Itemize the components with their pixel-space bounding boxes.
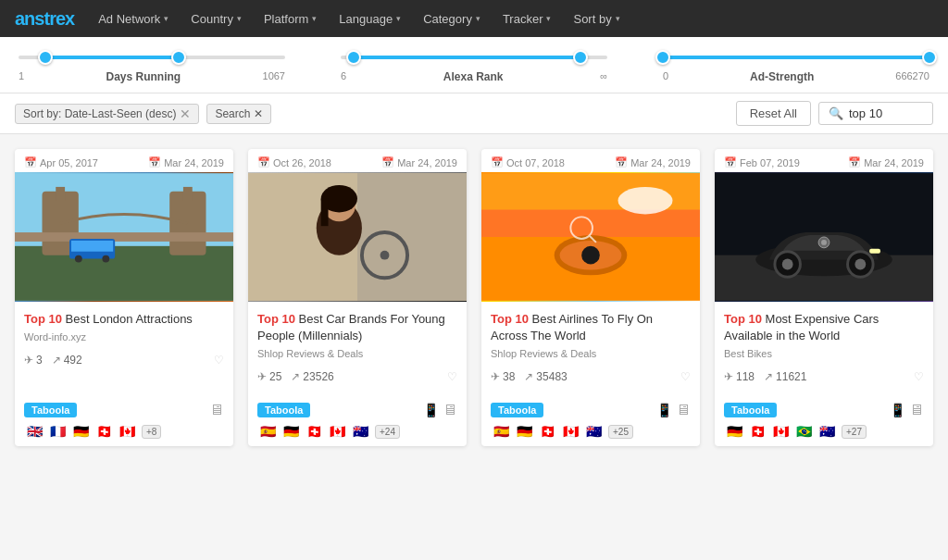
desktop-icon: 🖥 <box>209 402 224 418</box>
more-countries-badge[interactable]: +8 <box>142 425 161 439</box>
favorite-icon[interactable]: ♡ <box>914 370 924 383</box>
trend-stat: ↗ 23526 <box>291 370 333 383</box>
pushes-stat: ✈ 3 <box>24 354 43 367</box>
card-domain: Best Bikes <box>724 348 924 359</box>
trend-value: 23526 <box>303 370 333 383</box>
svg-point-39 <box>821 240 827 245</box>
slider-rail <box>19 56 285 59</box>
pushes-stat: ✈ 118 <box>724 370 755 383</box>
card-date-end: 📅 Mar 24, 2019 <box>148 156 224 168</box>
card-body: Top 10 Best London Attractions Word-info… <box>15 302 233 396</box>
slider-center-label: Ad-Strength <box>750 70 814 83</box>
flags-row: 🇬🇧 🇫🇷 🇩🇪 🇨🇭 🇨🇦 +8 <box>24 424 224 439</box>
nav-category-label: Category <box>423 12 472 26</box>
card-domain: Shlop Reviews & Deals <box>257 348 457 359</box>
slider-thumb-left[interactable] <box>346 50 361 65</box>
chevron-down-icon: ▾ <box>616 14 620 23</box>
slider-fill <box>663 56 929 59</box>
card-title-rest: Best London Attractions <box>62 312 193 326</box>
sort-filter-tag[interactable]: Sort by: Date-Last-Seen (desc) ✕ <box>15 104 199 124</box>
network-row: Taboola 📱 🖥 <box>724 402 924 418</box>
push-icon: ✈ <box>491 370 500 383</box>
svg-point-10 <box>102 255 109 263</box>
slider-min-label: 1 <box>19 70 24 83</box>
nav-ad-network[interactable]: Ad Network ▾ <box>89 0 178 37</box>
alexa-rank-slider[interactable] <box>341 48 607 67</box>
more-countries-badge[interactable]: +24 <box>375 425 400 439</box>
nav-language[interactable]: Language ▾ <box>330 0 410 37</box>
flag-fr: 🇫🇷 <box>47 424 68 439</box>
network-row: Taboola 📱 🖥 <box>257 402 457 418</box>
network-badge: Taboola <box>724 403 777 417</box>
flags-row: 🇪🇸 🇩🇪 🇨🇭 🇨🇦 🇦🇺 +25 <box>491 424 691 439</box>
date-end-label: Mar 24, 2019 <box>164 157 224 168</box>
card-image[interactable] <box>481 172 700 302</box>
table-row: 📅 Oct 07, 2018 📅 Mar 24, 2019 <box>481 149 700 446</box>
nav-platform-label: Platform <box>264 12 308 26</box>
close-icon[interactable]: ✕ <box>254 107 263 120</box>
nav-tracker[interactable]: Tracker ▾ <box>493 0 561 37</box>
card-stats: ✈ 118 ↗ 11621 ♡ <box>724 367 924 387</box>
slider-thumb-left[interactable] <box>38 50 53 65</box>
favorite-icon[interactable]: ♡ <box>214 354 224 367</box>
slider-thumb-right[interactable] <box>171 50 186 65</box>
card-date-end: 📅 Mar 24, 2019 <box>381 156 457 168</box>
slider-labels: 6 Alexa Rank ∞ <box>341 70 607 83</box>
nav-category[interactable]: Category ▾ <box>414 0 490 37</box>
network-row: Taboola 🖥 <box>24 402 224 418</box>
slider-thumb-right[interactable] <box>573 50 588 65</box>
search-filter-label: Search <box>215 107 250 120</box>
search-filter-tag[interactable]: Search ✕ <box>206 104 271 124</box>
card-image[interactable] <box>15 172 233 302</box>
card-image[interactable] <box>715 172 933 302</box>
pushes-value: 25 <box>269 370 281 383</box>
flag-ca: 🇨🇦 <box>770 424 791 439</box>
ad-strength-slider[interactable] <box>663 48 929 67</box>
more-countries-badge[interactable]: +27 <box>842 425 867 439</box>
chevron-down-icon: ▾ <box>476 14 480 23</box>
chevron-down-icon: ▾ <box>312 14 317 23</box>
flag-ch: 🇨🇭 <box>747 424 767 439</box>
flags-row: 🇪🇸 🇩🇪 🇨🇭 🇨🇦 🇦🇺 +24 <box>257 424 457 439</box>
reset-all-button[interactable]: Reset All <box>736 101 811 126</box>
table-row: 📅 Oct 26, 2018 📅 Mar 24, 2019 <box>248 149 467 446</box>
calendar-icon: 📅 <box>724 156 737 168</box>
card-body: Top 10 Best Airlines To Fly On Across Th… <box>481 302 700 396</box>
table-row: 📅 Apr 05, 2017 📅 Mar 24, 2019 <box>15 149 233 446</box>
favorite-icon[interactable]: ♡ <box>680 370 691 383</box>
card-domain: Shlop Reviews & Deals <box>491 348 691 359</box>
alexa-rank-slider-group: 6 Alexa Rank ∞ <box>341 48 607 83</box>
slider-thumb-right[interactable] <box>922 50 937 65</box>
slider-min-label: 0 <box>663 70 668 83</box>
nav-platform[interactable]: Platform ▾ <box>255 0 326 37</box>
search-box[interactable]: 🔍 <box>818 102 933 125</box>
chevron-down-icon: ▾ <box>164 14 168 23</box>
flag-ch: 🇨🇭 <box>94 424 114 439</box>
card-title: Top 10 Best London Attractions <box>24 311 224 328</box>
more-countries-badge[interactable]: +25 <box>608 425 633 439</box>
flag-ch: 🇨🇭 <box>304 424 324 439</box>
slider-labels: 0 Ad-Strength 666270 <box>663 70 929 83</box>
date-start-label: Apr 05, 2017 <box>40 157 98 168</box>
trend-value: 35483 <box>536 370 567 383</box>
close-icon[interactable]: ✕ <box>180 107 191 120</box>
slider-fill <box>45 56 179 59</box>
date-start-label: Oct 07, 2018 <box>506 157 565 168</box>
platform-icons: 📱 🖥 <box>656 402 691 418</box>
days-running-slider[interactable] <box>19 48 285 67</box>
card-date-end: 📅 Mar 24, 2019 <box>615 156 691 168</box>
favorite-icon[interactable]: ♡ <box>447 370 457 383</box>
network-badge: Taboola <box>257 403 310 417</box>
svg-point-26 <box>581 246 600 265</box>
top10-badge: Top 10 <box>257 312 295 326</box>
card-image[interactable] <box>248 172 467 302</box>
flag-de: 🇩🇪 <box>514 424 534 439</box>
slider-thumb-left[interactable] <box>655 50 670 65</box>
nav-country[interactable]: Country ▾ <box>181 0 251 37</box>
search-input[interactable] <box>849 106 923 120</box>
card-body: Top 10 Best Car Brands For Young People … <box>248 302 467 396</box>
flag-ca: 🇨🇦 <box>560 424 580 439</box>
card-dates: 📅 Feb 07, 2019 📅 Mar 24, 2019 <box>715 149 933 172</box>
pushes-stat: ✈ 38 <box>491 370 515 383</box>
nav-sort-by[interactable]: Sort by ▾ <box>564 0 629 37</box>
